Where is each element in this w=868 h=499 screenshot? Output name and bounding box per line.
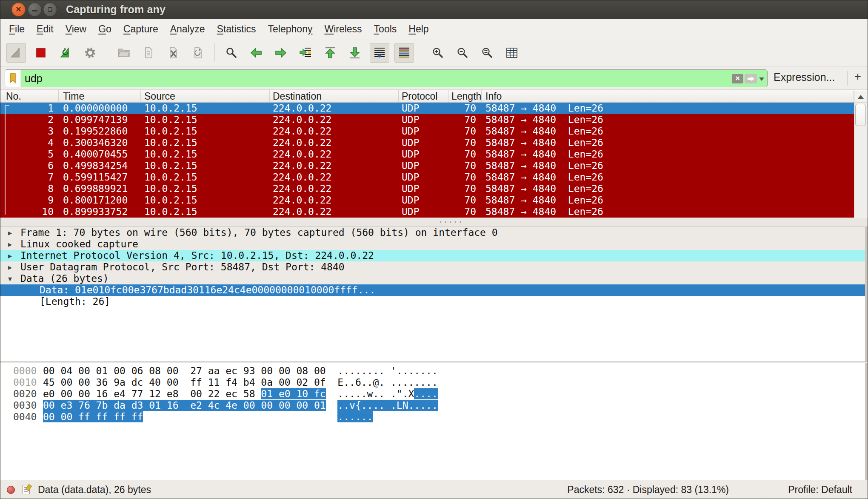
hex-bytes-selected[interactable]: 00 e3 76 7b da d3 01 16 e2 4c 4e 00 00 0…: [43, 400, 326, 411]
packet-row[interactable]: 10.00000000010.0.2.15224.0.0.22UDP705848…: [0, 103, 854, 114]
column-header-info[interactable]: Info: [482, 90, 854, 102]
colorize-button[interactable]: [394, 43, 414, 63]
menu-go[interactable]: Go: [92, 23, 117, 35]
close-window-button[interactable]: ×: [11, 3, 26, 17]
hex-ascii[interactable]: .....w.. .".X....: [337, 388, 437, 399]
close-file-button[interactable]: [163, 43, 183, 63]
expression-button[interactable]: Expression...: [774, 71, 835, 83]
zoom-in-button[interactable]: [428, 43, 448, 63]
expert-info-icon[interactable]: [7, 486, 15, 494]
stop-capture-button[interactable]: [31, 43, 51, 63]
hex-bytes[interactable]: e0 00 00 16 e4 77 12 e8 00 22 ec 58 01 e…: [43, 388, 337, 400]
status-profile[interactable]: Profile: Default: [788, 484, 852, 496]
last-packet-button[interactable]: [345, 43, 365, 63]
column-header-time[interactable]: Time: [59, 90, 141, 102]
hex-row[interactable]: 001045 00 00 36 9a dc 40 00 ff 11 f4 b4 …: [0, 377, 865, 388]
detail-row[interactable]: ▸Linux cooked capture: [0, 238, 865, 250]
menu-edit[interactable]: Edit: [31, 23, 60, 35]
menu-help[interactable]: Help: [403, 23, 434, 35]
status-field-info: Data (data.data), 26 bytes: [38, 484, 151, 496]
menu-file[interactable]: File: [3, 23, 31, 35]
packet-list-scrollbar[interactable]: [854, 91, 867, 229]
hex-row[interactable]: 004000 00 ff ff ff ff......: [0, 411, 865, 423]
packet-row[interactable]: 100.89993375210.0.2.15224.0.0.22UDP70584…: [0, 206, 854, 218]
detail-row[interactable]: [Length: 26]: [0, 296, 865, 307]
first-packet-button[interactable]: [320, 43, 340, 63]
pane-splitter-top[interactable]: [0, 218, 868, 227]
scrollbar-up-button[interactable]: [854, 91, 867, 103]
hex-ascii-selected[interactable]: ......: [337, 411, 373, 422]
menu-capture[interactable]: Capture: [117, 23, 164, 35]
filter-apply-button[interactable]: [745, 74, 757, 83]
restart-capture-button[interactable]: [56, 43, 75, 63]
expand-icon[interactable]: ▸: [8, 238, 12, 250]
hex-bytes-selected[interactable]: 01 e0 10 fc: [261, 388, 326, 399]
add-filter-button[interactable]: +: [851, 70, 864, 83]
packet-row[interactable]: 80.69988992110.0.2.15224.0.0.22UDP705848…: [0, 183, 854, 195]
filter-dropdown-caret-icon[interactable]: [759, 77, 764, 81]
zoom-out-button[interactable]: [453, 43, 472, 63]
maximize-window-button[interactable]: [43, 3, 57, 17]
detail-row[interactable]: ▸User Datagram Protocol, Src Port: 58487…: [0, 261, 865, 273]
hex-ascii[interactable]: E..6..@. ........: [337, 377, 437, 388]
column-header-source[interactable]: Source: [141, 90, 270, 102]
expand-icon[interactable]: ▸: [8, 250, 12, 261]
hex-row[interactable]: 000000 04 00 01 00 06 08 00 27 aa ec 93 …: [0, 365, 865, 377]
hex-ascii[interactable]: ........ '.......: [337, 365, 437, 376]
hex-ascii-selected[interactable]: ..v{.... .LN.....: [337, 400, 437, 411]
save-file-button[interactable]: [139, 43, 158, 63]
previous-packet-button[interactable]: [246, 43, 266, 63]
zoom-original-button[interactable]: [477, 43, 497, 63]
packet-row[interactable]: 90.80017120010.0.2.15224.0.0.22UDP705848…: [0, 195, 854, 206]
menu-analyze[interactable]: Analyze: [164, 23, 211, 35]
hex-bytes[interactable]: 00 00 ff ff ff ff: [43, 411, 337, 423]
detail-row[interactable]: ▸Frame 1: 70 bytes on wire (560 bits), 7…: [0, 227, 865, 238]
filter-bookmark-button[interactable]: [5, 70, 20, 87]
packet-row[interactable]: 60.49983425410.0.2.15224.0.0.22UDP705848…: [0, 160, 854, 172]
start-capture-button[interactable]: [6, 43, 26, 63]
column-header-destination[interactable]: Destination: [270, 90, 399, 102]
hex-ascii[interactable]: ..v{.... .LN.....: [337, 400, 437, 411]
menu-view[interactable]: View: [60, 23, 92, 35]
hex-bytes[interactable]: 00 e3 76 7b da d3 01 16 e2 4c 4e 00 00 0…: [43, 400, 337, 411]
scrollbar-thumb[interactable]: [855, 104, 866, 126]
column-header-length[interactable]: Length: [448, 90, 482, 102]
go-to-packet-button[interactable]: [296, 43, 315, 63]
column-header-no[interactable]: No.: [0, 90, 59, 102]
hex-ascii[interactable]: ......: [337, 411, 373, 422]
auto-scroll-button[interactable]: [370, 43, 389, 63]
detail-row[interactable]: ▾Data (26 bytes): [0, 273, 865, 284]
expand-icon[interactable]: ▸: [8, 261, 12, 273]
next-packet-button[interactable]: [271, 43, 291, 63]
packet-row[interactable]: 20.09974713910.0.2.15224.0.0.22UDP705848…: [0, 114, 854, 126]
menu-wireless[interactable]: Wireless: [318, 23, 368, 35]
expand-icon[interactable]: ▸: [8, 227, 12, 238]
packet-row[interactable]: 50.40007045510.0.2.15224.0.0.22UDP705848…: [0, 149, 854, 160]
minimize-window-button[interactable]: [28, 3, 42, 17]
open-file-button[interactable]: [114, 43, 134, 63]
filter-clear-button[interactable]: ×: [732, 74, 743, 83]
packet-row[interactable]: 30.19952286010.0.2.15224.0.0.22UDP705848…: [0, 126, 854, 137]
hex-row[interactable]: 0020e0 00 00 16 e4 77 12 e8 00 22 ec 58 …: [0, 388, 865, 400]
menu-tools[interactable]: Tools: [368, 23, 403, 35]
hex-ascii-selected[interactable]: ....: [414, 388, 437, 399]
capture-comment-icon[interactable]: [23, 485, 30, 494]
hex-bytes-selected[interactable]: 00 00 ff ff ff ff: [43, 411, 143, 422]
hex-bytes[interactable]: 00 04 00 01 00 06 08 00 27 aa ec 93 00 0…: [43, 365, 337, 377]
hex-bytes[interactable]: 45 00 00 36 9a dc 40 00 ff 11 f4 b4 0a 0…: [43, 377, 337, 388]
resize-columns-button[interactable]: [502, 43, 522, 63]
reload-file-button[interactable]: [188, 43, 208, 63]
menu-statistics[interactable]: Statistics: [211, 23, 262, 35]
packet-row[interactable]: 70.59911542710.0.2.15224.0.0.22UDP705848…: [0, 172, 854, 183]
hex-row[interactable]: 003000 e3 76 7b da d3 01 16 e2 4c 4e 00 …: [0, 400, 865, 411]
display-filter-field[interactable]: udp: [21, 70, 767, 87]
collapse-icon[interactable]: ▾: [8, 273, 12, 284]
capture-options-button[interactable]: [80, 43, 100, 63]
detail-row[interactable]: ▸Internet Protocol Version 4, Src: 10.0.…: [0, 250, 865, 261]
column-header-protocol[interactable]: Protocol: [399, 90, 448, 102]
detail-row[interactable]: Data: 01e010fc00e3767bdad30116e24c4e0000…: [0, 284, 865, 296]
find-packet-button[interactable]: [222, 43, 241, 63]
status-packet-counts: Packets: 632 · Displayed: 83 (13.1%): [567, 484, 729, 496]
menu-telephony[interactable]: Telephony: [262, 23, 319, 35]
packet-row[interactable]: 40.30034632010.0.2.15224.0.0.22UDP705848…: [0, 137, 854, 149]
